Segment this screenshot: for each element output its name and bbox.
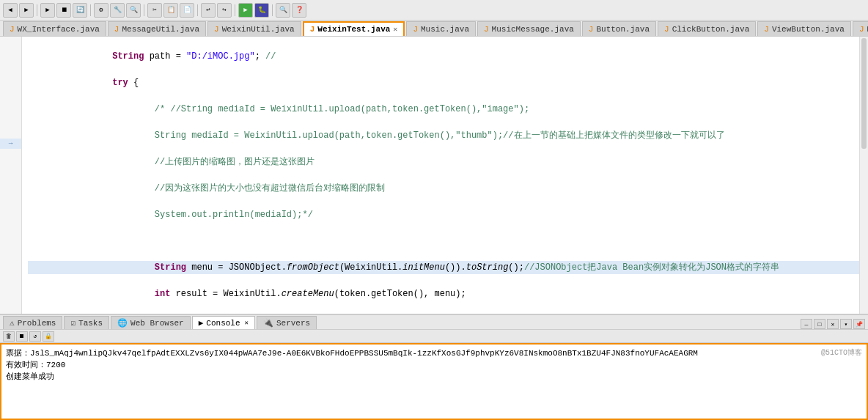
console-line-1: 票据：JslS_mAqj4wnlipQJkv47qelfpAdtEXXLZvs6… [6,347,862,359]
toolbar-btn-5[interactable]: 🔧 [110,3,125,18]
console-line-2: 有效时间：7200 [6,359,862,371]
main-toolbar: ◀ ▶ ▶ ⏹ 🔄 ⚙ 🔧 🔍 ✂ 📋 📄 ↩ ↪ ▶ 🐛 🔍 ❓ [0,0,868,21]
bottom-panel: ⚠ Problems ☑ Tasks 🌐 Web Browser ▶ Conso… [0,314,868,420]
btab-console[interactable]: ▶ Console ✕ [192,316,255,329]
code-content[interactable]: String path = "D:/iMOC.jpg"; // try { /*… [22,37,859,314]
toolbar-btn-paste[interactable]: 📄 [180,3,194,18]
webbrowser-icon: 🌐 [117,318,128,328]
console-icon: ▶ [199,318,204,328]
toolbar-btn-back[interactable]: ◀ [3,3,18,18]
console-watermark: @51CTO博客 [821,347,862,359]
tab-icon-wx-interface: J [10,25,15,34]
tab-icon-viewbutton: J [764,25,769,34]
tab-label-weixintest: WeixinTest.java [317,25,390,34]
code-line-10: int result = WeixinUtil.createMenu(token… [28,287,859,301]
console-output-area: 票据：JslS_mAqj4wnlipQJkv47qelfpAdtEXXLZvs6… [0,343,868,420]
btab-tasks[interactable]: ☑ Tasks [64,316,109,329]
btab-close-console[interactable]: ✕ [245,319,249,327]
tab-label-wx-interface: WX_Interface.java [18,25,100,34]
toolbar-btn-3[interactable]: 🔄 [73,3,87,18]
tab-close-weixintest[interactable]: ✕ [393,25,397,34]
toolbar-sep-4 [197,4,198,16]
console-close-btn[interactable]: ✕ [827,319,839,329]
console-pin-btn[interactable]: 📌 [853,319,865,329]
console-text-3: 创建菜单成功 [6,372,54,381]
editor-tab-bar: J WX_Interface.java J MessageUtil.java J… [0,21,868,37]
bottom-tab-bar: ⚠ Problems ☑ Tasks 🌐 Web Browser ▶ Conso… [0,315,868,330]
tab-icon-menu: J [859,25,864,34]
tab-icon-button: J [589,25,594,34]
tab-icon-musicmessage: J [484,25,489,34]
editor-vertical-scrollbar[interactable] [859,37,868,314]
toolbar-btn-debug[interactable]: 🐛 [254,3,269,18]
btab-label-servers: Servers [276,319,310,328]
tab-icon-clickbutton: J [664,25,669,34]
console-clear-btn[interactable]: 🗑 [3,331,15,342]
code-line-6: //因为这张图片的大小也没有超过微信后台对缩略图的限制 [28,182,859,195]
tab-label-clickbutton: ClickButton.java [672,25,750,34]
tasks-icon: ☑ [70,318,76,328]
console-relaunch-btn[interactable]: ↺ [29,331,41,342]
toolbar-btn-cut[interactable]: ✂ [147,3,162,18]
tab-musicmessage[interactable]: J MusicMessage.java [477,21,581,36]
toolbar-sep-3 [144,4,144,16]
toolbar-btn-copy[interactable]: 📋 [163,3,178,18]
code-editor[interactable]: String path = "D:/iMOC.jpg"; // try { /*… [22,37,859,314]
console-menu-btn[interactable]: ▾ [840,319,852,329]
btab-label-console: Console [206,319,240,328]
console-toolbar: 🗑 ⏹ ↺ 🔒 [0,330,868,343]
console-minimize-btn[interactable]: — [801,319,812,329]
tab-label-music: Music.java [421,25,469,34]
toolbar-btn-6[interactable]: 🔍 [126,3,141,18]
tab-button[interactable]: J Button.java [582,21,656,36]
toolbar-sep-5 [235,4,235,16]
console-stop-btn[interactable]: ⏹ [16,331,28,342]
btab-webbrowser[interactable]: 🌐 Web Browser [111,316,191,329]
tab-label-weixinutil: WeixinUtil.java [222,25,295,34]
btab-label-webbrowser: Web Browser [130,319,184,328]
tab-label-viewbutton: ViewButton.java [772,25,845,34]
toolbar-btn-4[interactable]: ⚙ [94,3,108,18]
breakpoint-gutter: → [0,37,22,314]
toolbar-btn-2[interactable]: ⏹ [56,3,71,18]
code-line-9: String menu = JSONObject.fromObject(Weix… [28,261,859,274]
tab-label-button: Button.java [596,25,650,34]
tab-clickbutton[interactable]: J ClickButton.java [658,21,756,36]
tab-viewbutton[interactable]: J ViewButton.java [757,21,851,36]
tab-label-messageutil: MessageUtil.java [122,25,199,34]
toolbar-btn-fwd[interactable]: ▶ [19,3,34,18]
main-area: → String path = "D:/iMOC.jpg"; // try { … [0,37,868,314]
toolbar-sep-1 [37,4,37,16]
tab-icon-weixintest: J [310,25,315,34]
tab-weixintest[interactable]: J WeixinTest.java ✕ [303,21,405,36]
tab-music[interactable]: J Music.java [406,21,476,36]
code-line-2: try { [28,76,859,89]
toolbar-btn-help[interactable]: ❓ [292,3,306,18]
code-line-5: //上传图片的缩略图，图片还是这张图片 [28,155,859,169]
problems-icon: ⚠ [10,318,15,328]
code-line-1: String path = "D:/iMOC.jpg"; // [28,50,859,63]
tab-icon-weixinutil: J [214,25,219,34]
tab-messageutil[interactable]: J MessageUtil.java [108,21,206,36]
btab-problems[interactable]: ⚠ Problems [3,316,62,329]
code-line-4: String mediaId = WeixinUtil.upload(path,… [28,129,859,142]
tab-wx-interface[interactable]: J WX_Interface.java [3,21,106,36]
console-scroll-lock-btn[interactable]: 🔒 [43,331,54,342]
toolbar-btn-redo[interactable]: ↪ [217,3,232,18]
btab-label-tasks: Tasks [78,319,103,328]
console-maximize-btn[interactable]: □ [814,319,825,329]
btab-servers[interactable]: 🔌 Servers [257,316,317,329]
tab-menu[interactable]: J Menu.java [853,21,868,36]
toolbar-sep-2 [90,4,91,16]
toolbar-btn-1[interactable]: ▶ [40,3,55,18]
toolbar-btn-undo[interactable]: ↩ [201,3,216,18]
tab-icon-messageutil: J [114,25,119,34]
tab-weixinutil[interactable]: J WeixinUtil.java [207,21,301,36]
editor-scroll-area[interactable]: String path = "D:/iMOC.jpg"; // try { /*… [22,37,859,314]
code-area: String path = "D:/iMOC.jpg"; // try { /*… [22,37,859,314]
console-text-1: 票据：JslS_mAqj4wnlipQJkv47qelfpAdtEXXLZvs6… [6,349,698,358]
code-line-3: /* //String mediaId = WeixinUtil.upload(… [28,103,859,116]
toolbar-btn-run[interactable]: ▶ [238,3,253,18]
toolbar-btn-search[interactable]: 🔍 [276,3,290,18]
toolbar-sep-6 [272,4,273,16]
